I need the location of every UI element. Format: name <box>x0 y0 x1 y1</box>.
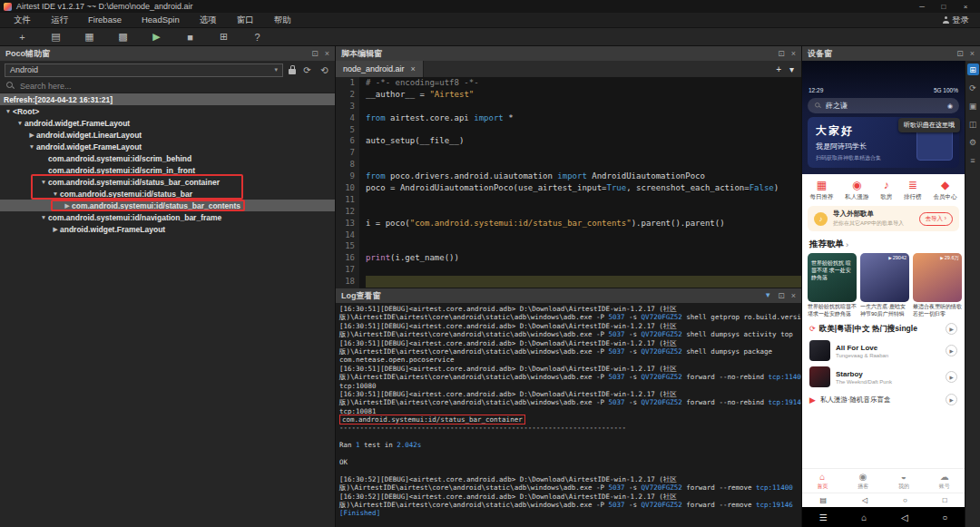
menu-item[interactable]: 帮助 <box>264 15 301 26</box>
app-tab-账号[interactable]: ☁账号 <box>924 472 965 491</box>
tab-node-android[interactable]: node_android.air × <box>336 61 424 77</box>
app-tab-播客[interactable]: ◉播客 <box>843 472 884 491</box>
close-button[interactable]: × <box>955 0 976 13</box>
tree-expanded-icon[interactable]: ▼ <box>27 143 36 150</box>
tree-row[interactable]: ▼com.android.systemui:id/status_bar <box>0 188 335 200</box>
close-panel-icon[interactable]: × <box>791 291 796 300</box>
tree-collapsed-icon[interactable]: ▶ <box>63 202 72 210</box>
tab-list-icon[interactable]: ▾ <box>789 64 794 74</box>
menu-item[interactable]: Firebase <box>78 15 132 26</box>
tree-collapsed-icon[interactable]: ▶ <box>51 226 60 233</box>
filter-icon[interactable]: ▼ <box>764 291 771 300</box>
run-icon[interactable]: ▶ <box>140 31 173 43</box>
song-row[interactable]: StarboyThe Weeknd/Daft Punk▶ <box>802 364 965 390</box>
code-editor[interactable]: 123456789101112131415161718 # -*- encodi… <box>336 77 801 288</box>
play-all-button[interactable]: ▶ <box>946 323 957 335</box>
mic-icon[interactable]: ◉ <box>947 102 953 110</box>
app-search-bar[interactable]: 薛之谦 ◉ <box>808 98 959 113</box>
refresh-icon[interactable]: ⟳ <box>301 65 313 75</box>
recent-icon[interactable]: □ <box>943 496 947 504</box>
tree-row[interactable]: com.android.systemui:id/scrim_in_front <box>0 164 335 176</box>
tree-row[interactable]: ▼com.android.systemui:id/status_bar_cont… <box>0 176 335 188</box>
tree-row[interactable]: com.android.systemui:id/scrim_behind <box>0 152 335 164</box>
private-roaming-row[interactable]: ▶ 私人漫游·随机音乐盲盒 ▶ <box>802 390 965 409</box>
tree-row[interactable]: ▼<Root> <box>0 105 335 117</box>
open-folder-icon[interactable]: ▤ <box>39 31 73 43</box>
hot-singles-header[interactable]: ⟳ 欧美|粤语|中文 热门搜single ▶ <box>802 317 965 337</box>
new-file-icon[interactable]: + <box>5 32 39 43</box>
playlist-cover[interactable]: ▶29042一生六宫底·鹿晗女神节90后广州特辑 <box>860 253 909 317</box>
back-icon[interactable]: ◁ <box>862 496 867 504</box>
menu-item[interactable]: 运行 <box>41 15 78 26</box>
quick-nav-item[interactable]: ≣排行榜 <box>904 179 922 201</box>
minimize-button[interactable]: ─ <box>911 0 933 13</box>
phone-mirror[interactable]: 12:29 5G 100% 薛之谦 ◉ 听歌识曲在这里哦 大家好 我是阿诗玛学长 <box>802 61 965 527</box>
tree-row[interactable]: ▶android.widget.FrameLayout <box>0 223 335 235</box>
float-panel-icon[interactable]: ⊡ <box>778 49 785 58</box>
menu-item[interactable]: HeadSpin <box>132 15 190 26</box>
play-button[interactable]: ▶ <box>946 371 957 383</box>
save-icon[interactable]: ▦ <box>73 31 106 43</box>
float-panel-icon[interactable]: ⊡ <box>956 49 964 58</box>
recommended-playlists-header[interactable]: 推荐歌单 › <box>802 234 965 253</box>
home-key-icon[interactable]: ⌂ <box>861 512 867 522</box>
import-playlist-card[interactable]: ♪ 导入外部歌单 把你在其它APP中的歌单导入 去导入 › <box>808 206 959 231</box>
poco-mode-select[interactable]: Android ▾ <box>5 63 283 77</box>
window-icon[interactable]: ⊞ <box>207 31 240 43</box>
app-tab-首页[interactable]: ⌂首页 <box>802 472 843 491</box>
log-output[interactable]: [16:30:51][DEBUG]<airtest.core.android.a… <box>336 303 801 527</box>
tree-row[interactable]: ▼android.widget.FrameLayout <box>0 117 335 129</box>
import-button[interactable]: 去导入 › <box>919 212 953 226</box>
tab-close-icon[interactable]: × <box>411 64 416 73</box>
play-button[interactable]: ▶ <box>946 345 957 356</box>
tree-expanded-icon[interactable]: ▼ <box>39 214 48 220</box>
sync-icon[interactable]: ⟲ <box>318 65 330 75</box>
help-icon[interactable]: ? <box>240 32 274 43</box>
poco-tree[interactable]: ▼<Root>▼android.widget.FrameLayout▶andro… <box>0 105 335 527</box>
tree-expanded-icon[interactable]: ▼ <box>15 120 24 126</box>
quick-nav-item[interactable]: ♪歌房 <box>880 179 892 201</box>
login-button[interactable]: 登录 <box>942 15 980 26</box>
float-panel-icon[interactable]: ⊡ <box>778 291 785 300</box>
play-button[interactable]: ▶ <box>946 394 957 405</box>
close-panel-icon[interactable]: × <box>791 49 796 58</box>
new-tab-icon[interactable]: + <box>776 64 781 74</box>
close-panel-icon[interactable]: × <box>325 49 329 58</box>
tree-row[interactable]: ▼android.widget.FrameLayout <box>0 141 335 152</box>
rotate-icon[interactable]: ⟳ <box>967 82 979 93</box>
poco-refresh-status[interactable]: Refresh:[2024-04-12 16:31:21] <box>0 93 335 105</box>
tree-expanded-icon[interactable]: ▼ <box>39 179 48 185</box>
menu-key-icon[interactable]: ☰ <box>819 512 828 522</box>
playlist-cover[interactable]: ▶29.6万最适合夜里听的情歌 若把一切归零 <box>913 253 962 317</box>
phone-screen[interactable]: 12:29 5G 100% 薛之谦 ◉ 听歌识曲在这里哦 大家好 我是阿诗玛学长 <box>802 61 965 507</box>
tree-row[interactable]: ▶com.android.systemui:id/status_bar_cont… <box>0 200 335 211</box>
playlist-cover[interactable]: 世界纷纷扰扰 喧嚣不堪 求一处安静角落世界纷纷扰扰喧嚣不堪求一处安静角落 <box>808 253 857 317</box>
lock-icon[interactable] <box>289 69 296 74</box>
tree-expanded-icon[interactable]: ▼ <box>4 108 13 114</box>
stop-icon[interactable]: ■ <box>173 32 207 43</box>
list-icon[interactable]: ≡ <box>967 154 979 166</box>
split-icon[interactable]: ◫ <box>967 118 979 130</box>
poco-search-input[interactable] <box>20 82 328 91</box>
tree-collapsed-icon[interactable]: ▶ <box>27 132 36 139</box>
quick-nav-item[interactable]: ◉私人漫游 <box>845 179 868 201</box>
quick-nav-item[interactable]: ◆会员中心 <box>934 179 957 201</box>
menu-item[interactable]: 选项 <box>190 15 227 26</box>
menu-item[interactable]: 窗口 <box>227 15 264 26</box>
screenshot-icon[interactable]: ▣ <box>967 100 979 112</box>
refresh-icon[interactable]: ⟳ <box>809 325 816 333</box>
float-panel-icon[interactable]: ⊡ <box>311 49 318 58</box>
menu-icon[interactable]: ▤ <box>819 496 827 504</box>
power-key-icon[interactable]: ○ <box>942 512 947 522</box>
maximize-button[interactable]: □ <box>933 0 955 13</box>
menu-item[interactable]: 文件 <box>4 15 41 26</box>
home-icon[interactable]: ○ <box>903 496 907 504</box>
back-key-icon[interactable]: ◁ <box>901 512 908 522</box>
settings-icon[interactable]: ⚙ <box>967 136 979 148</box>
close-panel-icon[interactable]: × <box>970 49 975 58</box>
song-row[interactable]: All For LoveTungevaag & Raaban▶ <box>802 337 965 364</box>
tree-row[interactable]: ▼com.android.systemui:id/navigation_bar_… <box>0 211 335 223</box>
save-all-icon[interactable]: ▩ <box>106 31 140 43</box>
tree-expanded-icon[interactable]: ▼ <box>51 190 60 197</box>
device-tool-active-icon[interactable]: ⊞ <box>967 63 979 75</box>
